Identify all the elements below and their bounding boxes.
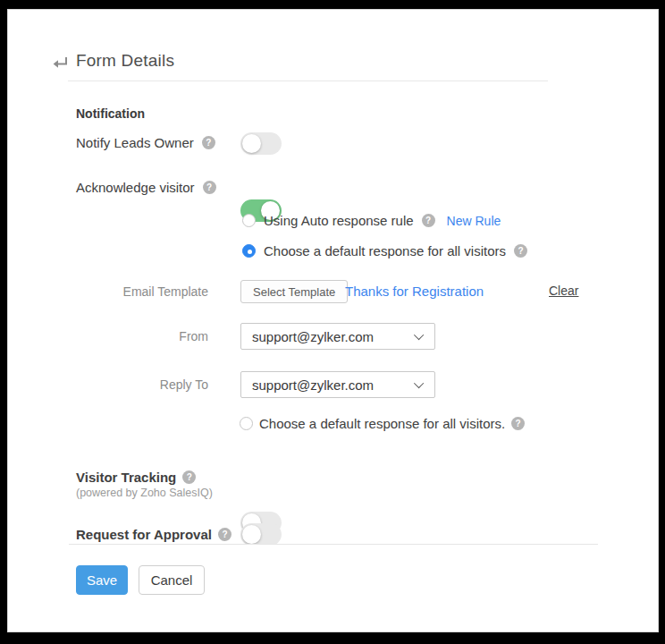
notify-leads-owner-row: Notify Leads Owner xyxy=(76,135,215,150)
default-response-bottom-radio[interactable] xyxy=(240,417,253,430)
auto-response-rule-radio[interactable] xyxy=(242,214,256,227)
selected-template-link[interactable]: Thanks for Registration xyxy=(345,284,484,299)
page-title: Form Details xyxy=(76,51,174,71)
help-icon[interactable] xyxy=(203,181,216,194)
auto-response-rule-row: Using Auto response rule New Rule xyxy=(242,213,501,228)
reply-to-select-value: support@zylker.com xyxy=(252,377,417,393)
default-response-bottom-row: Choose a default response for all visito… xyxy=(240,416,525,431)
toggle-knob xyxy=(242,525,261,544)
notify-leads-owner-label: Notify Leads Owner xyxy=(76,135,194,150)
request-for-approval-row: Request for Approval xyxy=(76,527,231,542)
from-label: From xyxy=(8,329,208,343)
acknowledge-visitor-label: Acknowledge visitor xyxy=(76,180,195,195)
back-arrow-icon xyxy=(49,62,71,77)
help-icon[interactable] xyxy=(218,528,231,541)
select-template-button[interactable]: Select Template xyxy=(240,280,348,303)
request-for-approval-toggle-clip xyxy=(240,523,282,544)
visitor-tracking-label: Visitor Tracking xyxy=(76,470,176,485)
section-title-notification: Notification xyxy=(76,106,145,121)
email-template-label: Email Template xyxy=(8,284,208,299)
default-response-label: Choose a default response for all visito… xyxy=(264,243,506,258)
toggle-knob xyxy=(242,134,261,153)
notify-leads-owner-toggle[interactable] xyxy=(240,132,282,155)
help-icon[interactable] xyxy=(202,136,215,149)
from-select-value: support@zylker.com xyxy=(252,329,417,344)
back-button[interactable] xyxy=(49,53,71,74)
save-button[interactable]: Save xyxy=(76,565,128,595)
visitor-tracking-row: Visitor Tracking xyxy=(76,470,196,485)
new-rule-link[interactable]: New Rule xyxy=(447,214,501,228)
default-response-radio[interactable] xyxy=(242,244,256,258)
acknowledge-visitor-row: Acknowledge visitor xyxy=(76,180,216,195)
default-response-bottom-label: Choose a default response for all visito… xyxy=(259,416,505,431)
visitor-tracking-subtitle: (powered by Zoho SalesIQ) xyxy=(76,487,213,499)
auto-response-rule-label: Using Auto response rule xyxy=(264,213,414,228)
clear-link[interactable]: Clear xyxy=(549,284,578,298)
reply-to-select[interactable]: support@zylker.com xyxy=(240,371,435,398)
request-for-approval-label: Request for Approval xyxy=(76,527,212,542)
help-icon[interactable] xyxy=(422,214,435,227)
help-icon[interactable] xyxy=(511,417,525,430)
default-response-row: Choose a default response for all visito… xyxy=(242,243,527,258)
form-details-panel: Form Details Notification Notify Leads O… xyxy=(7,9,659,632)
help-icon[interactable] xyxy=(514,244,527,258)
request-for-approval-toggle[interactable] xyxy=(240,523,282,544)
title-divider xyxy=(68,80,548,81)
cancel-button[interactable]: Cancel xyxy=(139,565,205,595)
footer-divider xyxy=(69,544,598,545)
reply-to-label: Reply To xyxy=(8,377,208,392)
help-icon[interactable] xyxy=(182,470,196,484)
from-select[interactable]: support@zylker.com xyxy=(240,323,435,350)
